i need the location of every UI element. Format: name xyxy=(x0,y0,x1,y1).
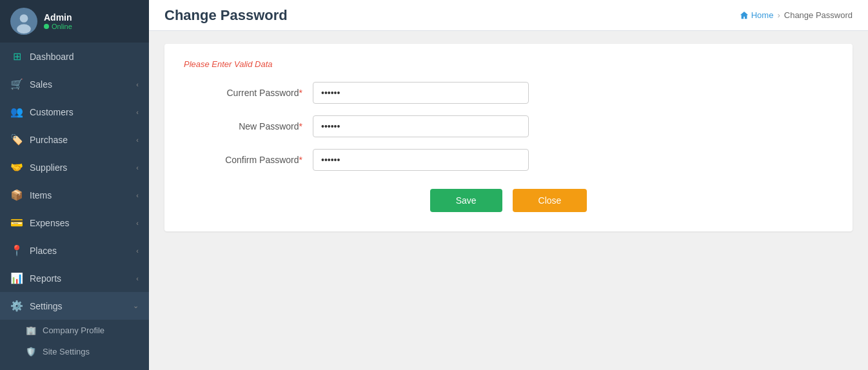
sidebar-item-places[interactable]: 📍 Places ‹ xyxy=(0,237,149,264)
form-notice: Please Enter Valid Data xyxy=(184,59,833,69)
chevron-icon: ‹ xyxy=(136,247,139,255)
company-profile-icon: 🏢 xyxy=(26,326,36,335)
sidebar-item-dashboard[interactable]: ⊞ Dashboard xyxy=(0,43,149,70)
items-icon: 📦 xyxy=(10,189,23,201)
avatar xyxy=(10,8,37,35)
user-name: Admin xyxy=(44,12,72,23)
breadcrumb-current: Change Password xyxy=(784,10,853,20)
sidebar-item-site-settings[interactable]: 🛡️ Site Settings xyxy=(0,341,149,362)
confirm-password-label: Confirm Password* xyxy=(184,155,313,165)
chevron-icon: ‹ xyxy=(136,81,139,88)
sidebar-item-reports[interactable]: 📊 Reports ‹ xyxy=(0,264,149,292)
current-password-row: Current Password* xyxy=(184,82,833,104)
sidebar-item-label: Items xyxy=(30,190,52,200)
site-settings-icon: 🛡️ xyxy=(26,347,36,356)
breadcrumb-home-label: Home xyxy=(751,10,774,20)
new-password-label: New Password* xyxy=(184,121,313,131)
sidebar-header: Admin Online xyxy=(0,0,149,43)
page-title: Change Password xyxy=(164,7,288,24)
svg-point-1 xyxy=(20,14,28,23)
sales-icon: 🛒 xyxy=(10,78,23,90)
sidebar-item-purchase[interactable]: 🏷️ Purchase ‹ xyxy=(0,126,149,153)
purchase-icon: 🏷️ xyxy=(10,133,23,146)
chevron-icon: ‹ xyxy=(136,136,139,144)
current-password-label: Current Password* xyxy=(184,88,313,98)
sidebar-item-items[interactable]: 📦 Items ‹ xyxy=(0,181,149,209)
sidebar-item-expenses[interactable]: 💳 Expenses ‹ xyxy=(0,209,149,237)
sidebar-item-label: Suppliers xyxy=(30,162,67,173)
main-content: Change Password Home › Change Password P… xyxy=(149,0,868,370)
sidebar: Admin Online ⊞ Dashboard 🛒 Sales ‹ 👥 Cus… xyxy=(0,0,149,370)
form-card: Please Enter Valid Data Current Password… xyxy=(164,44,853,231)
places-icon: 📍 xyxy=(10,244,23,257)
chevron-icon: ‹ xyxy=(136,191,139,199)
current-password-input[interactable] xyxy=(313,82,529,104)
chevron-down-icon: ⌄ xyxy=(133,302,139,310)
chevron-icon: ‹ xyxy=(136,108,139,116)
sidebar-item-label: Customers xyxy=(30,107,74,117)
chevron-icon: ‹ xyxy=(136,164,139,171)
chevron-icon: ‹ xyxy=(136,275,139,282)
svg-point-2 xyxy=(17,24,31,34)
top-bar: Change Password Home › Change Password xyxy=(149,0,868,31)
confirm-password-row: Confirm Password* xyxy=(184,149,833,171)
chevron-icon: ‹ xyxy=(136,219,139,227)
save-button[interactable]: Save xyxy=(430,189,502,212)
close-button[interactable]: Close xyxy=(513,189,587,212)
user-info: Admin Online xyxy=(44,12,72,30)
sidebar-item-sales[interactable]: 🛒 Sales ‹ xyxy=(0,70,149,98)
breadcrumb: Home › Change Password xyxy=(740,10,853,20)
sidebar-item-label: Dashboard xyxy=(30,52,74,62)
reports-icon: 📊 xyxy=(10,272,23,284)
breadcrumb-separator: › xyxy=(777,10,780,20)
settings-icon: ⚙️ xyxy=(10,300,23,312)
new-password-row: New Password* xyxy=(184,115,833,137)
sidebar-item-label: Settings xyxy=(30,301,63,311)
customers-icon: 👥 xyxy=(10,106,23,118)
sidebar-item-label: Expenses xyxy=(30,218,69,228)
content-area: Please Enter Valid Data Current Password… xyxy=(149,31,868,370)
breadcrumb-home[interactable]: Home xyxy=(740,10,774,20)
user-status: Online xyxy=(44,23,72,30)
sidebar-item-customers[interactable]: 👥 Customers ‹ xyxy=(0,98,149,126)
dashboard-icon: ⊞ xyxy=(10,50,23,63)
expenses-icon: 💳 xyxy=(10,217,23,229)
sidebar-item-label: Purchase xyxy=(30,135,68,145)
sidebar-item-suppliers[interactable]: 🤝 Suppliers ‹ xyxy=(0,153,149,181)
sub-item-label: Site Settings xyxy=(43,347,90,356)
status-dot xyxy=(44,24,49,29)
confirm-password-input[interactable] xyxy=(313,149,529,171)
sidebar-item-company-profile[interactable]: 🏢 Company Profile xyxy=(0,320,149,341)
sidebar-item-label: Reports xyxy=(30,273,61,284)
sidebar-item-label: Places xyxy=(30,246,57,256)
sub-item-label: Company Profile xyxy=(43,326,104,335)
suppliers-icon: 🤝 xyxy=(10,161,23,173)
form-actions: Save Close xyxy=(184,189,833,212)
sidebar-item-label: Sales xyxy=(30,79,52,90)
new-password-input[interactable] xyxy=(313,115,529,137)
status-label: Online xyxy=(52,23,72,30)
sidebar-item-settings[interactable]: ⚙️ Settings ⌄ xyxy=(0,292,149,320)
